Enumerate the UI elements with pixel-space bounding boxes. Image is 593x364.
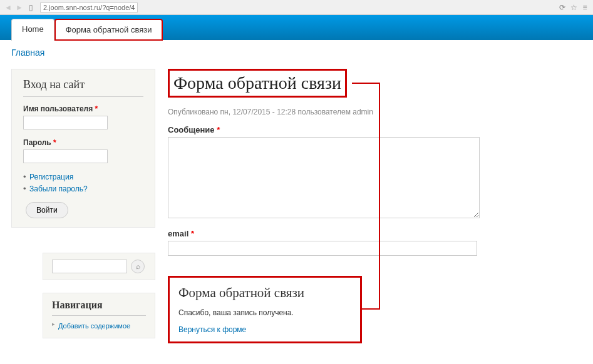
- password-label: Пароль *: [23, 138, 143, 147]
- main-navbar: Home Форма обратной связи: [0, 15, 593, 40]
- login-block: Вход на сайт Имя пользователя * Пароль *…: [11, 69, 155, 228]
- search-button[interactable]: ⌕: [131, 260, 145, 273]
- required-star: *: [217, 125, 220, 134]
- login-button[interactable]: Войти: [26, 202, 68, 218]
- annotation-line: [379, 83, 380, 308]
- search-block: ⌕: [43, 253, 155, 280]
- result-thanks: Спасибо, ваша запись получена.: [178, 308, 351, 317]
- breadcrumb: Главная: [0, 40, 593, 58]
- message-textarea[interactable]: [168, 137, 480, 218]
- required-star: *: [95, 104, 98, 113]
- register-link[interactable]: Регистрация: [29, 173, 73, 181]
- username-label: Имя пользователя *: [23, 104, 143, 113]
- breadcrumb-home[interactable]: Главная: [11, 48, 44, 58]
- result-title: Форма обратной связи: [178, 285, 351, 301]
- star-icon[interactable]: ☆: [569, 3, 578, 12]
- message-label: Сообщение *: [168, 125, 582, 134]
- url-bar[interactable]: 2.joom.snn-nost.ru/?q=node/4: [40, 3, 138, 13]
- reload-icon[interactable]: ⟳: [558, 3, 567, 12]
- back-to-form-link[interactable]: Вернуться к форме: [178, 325, 246, 334]
- browser-toolbar: ◄ ► ▯ 2.joom.snn-nost.ru/?q=node/4 ⟳ ☆ ≡: [0, 0, 593, 15]
- page-title: Форма обратной связи: [168, 69, 347, 98]
- tab-home[interactable]: Home: [11, 19, 54, 41]
- annotation-line: [352, 83, 380, 84]
- login-title: Вход на сайт: [23, 78, 143, 97]
- globe-icon: ▯: [26, 3, 35, 12]
- required-star: *: [191, 229, 194, 238]
- forward-icon[interactable]: ►: [15, 3, 24, 12]
- password-input[interactable]: [23, 149, 108, 163]
- search-icon: ⌕: [136, 262, 140, 271]
- menu-icon[interactable]: ≡: [580, 3, 589, 12]
- annotation-line: [362, 308, 380, 310]
- search-input[interactable]: [52, 260, 127, 273]
- navigation-block: Навигация Добавить содержимое: [43, 293, 155, 338]
- tab-feedback[interactable]: Форма обратной связи: [54, 19, 163, 41]
- username-input[interactable]: [23, 116, 108, 129]
- email-input[interactable]: [168, 241, 477, 256]
- result-block: Форма обратной связи Спасибо, ваша запис…: [168, 276, 362, 343]
- published-info: Опубликовано пн, 12/07/2015 - 12:28 поль…: [168, 108, 582, 116]
- email-label: email *: [168, 229, 582, 238]
- back-icon[interactable]: ◄: [4, 3, 13, 12]
- required-star: *: [53, 138, 56, 147]
- navigation-title: Навигация: [52, 300, 146, 316]
- forgot-password-link[interactable]: Забыли пароль?: [29, 185, 88, 193]
- add-content-link[interactable]: Добавить содержимое: [58, 322, 130, 330]
